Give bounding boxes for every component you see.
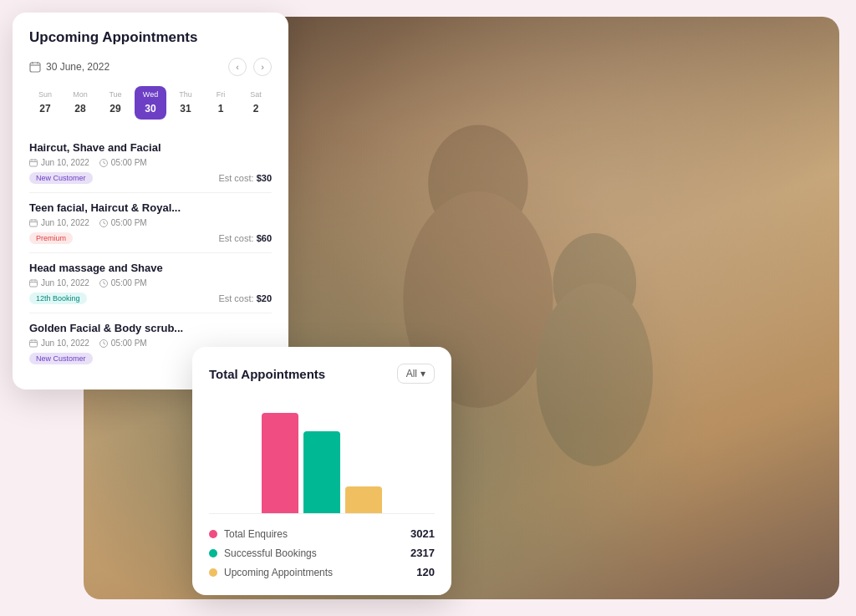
legend-left: Upcoming Appointments xyxy=(209,567,333,578)
svg-rect-15 xyxy=(30,220,38,227)
appointment-badge: New Customer xyxy=(29,353,93,364)
legend-value: 3021 xyxy=(410,527,435,540)
legend-label: Successful Bookings xyxy=(224,547,317,559)
appointment-meta: Jun 10, 2022 05:00 PM xyxy=(29,158,272,167)
legend-value: 120 xyxy=(416,566,435,578)
appointment-item: Head massage and Shave Jun 10, 2022 05:0… xyxy=(29,253,272,313)
clock-icon xyxy=(99,159,108,167)
appointment-time: 05:00 PM xyxy=(99,218,147,227)
day-cell-sun[interactable]: Sun27 xyxy=(29,86,61,120)
calendar-small-icon xyxy=(29,339,38,348)
legend-dot xyxy=(209,549,217,557)
legend-item: Successful Bookings 2317 xyxy=(209,547,435,559)
calendar-icon xyxy=(29,61,41,73)
appointment-cost: Est cost: $60 xyxy=(218,233,272,243)
legend-left: Total Enquires xyxy=(209,528,288,540)
week-strip: Sun27Mon28Tue29Wed30Thu31Fri1Sat2 xyxy=(29,86,272,120)
current-date: 30 June, 2022 xyxy=(46,61,110,73)
legend-item: Total Enquires 3021 xyxy=(209,527,435,540)
legend-label: Upcoming Appointments xyxy=(224,567,333,578)
chart-bar xyxy=(262,413,298,513)
svg-rect-22 xyxy=(30,280,38,287)
appointment-time: 05:00 PM xyxy=(99,278,147,288)
appointment-time: 05:00 PM xyxy=(99,339,147,348)
svg-line-21 xyxy=(104,223,105,224)
legend-value: 2317 xyxy=(410,547,435,559)
legend-dot xyxy=(209,530,217,538)
legend-dot xyxy=(209,568,217,577)
svg-rect-29 xyxy=(30,340,38,347)
appointment-title: Haircut, Shave and Facial xyxy=(29,141,272,154)
appointment-title: Golden Facial & Body scrub... xyxy=(29,322,272,334)
appointment-footer: New Customer Est cost: $30 xyxy=(29,172,272,184)
legend-left: Successful Bookings xyxy=(209,547,317,559)
clock-icon xyxy=(99,219,108,227)
appointment-date: Jun 10, 2022 xyxy=(29,339,89,348)
chart-filter-label: All xyxy=(406,368,417,379)
appointment-footer: Premium Est cost: $60 xyxy=(29,232,272,244)
calendar-small-icon xyxy=(29,279,38,288)
appointment-meta: Jun 10, 2022 05:00 PM xyxy=(29,278,272,288)
chart-legend: Total Enquires 3021 Successful Bookings … xyxy=(209,527,435,578)
chart-bar xyxy=(345,486,382,513)
appointment-item: Haircut, Shave and Facial Jun 10, 2022 0… xyxy=(29,133,272,193)
chart-header: Total Appointments All ▾ xyxy=(209,364,435,384)
appointment-footer: 12th Booking Est cost: $20 xyxy=(29,293,272,304)
appointment-date: Jun 10, 2022 xyxy=(29,278,89,288)
day-cell-fri[interactable]: Fri1 xyxy=(205,86,237,120)
chart-title: Total Appointments xyxy=(209,367,325,381)
date-navigation: 30 June, 2022 ‹ › xyxy=(29,58,272,76)
next-week-button[interactable]: › xyxy=(253,58,272,76)
svg-line-35 xyxy=(104,344,105,344)
appointments-list: Haircut, Shave and Facial Jun 10, 2022 0… xyxy=(29,133,272,373)
svg-rect-8 xyxy=(30,160,38,166)
chart-card: Total Appointments All ▾ Total Enquires … xyxy=(192,347,451,595)
svg-line-28 xyxy=(104,283,105,284)
prev-week-button[interactable]: ‹ xyxy=(228,58,247,76)
week-nav-arrows: ‹ › xyxy=(228,58,272,76)
svg-rect-4 xyxy=(30,63,40,72)
date-display: 30 June, 2022 xyxy=(29,61,110,73)
clock-icon xyxy=(99,279,108,288)
legend-item: Upcoming Appointments 120 xyxy=(209,566,435,578)
appointments-card-title: Upcoming Appointments xyxy=(29,29,272,46)
chevron-down-icon: ▾ xyxy=(420,368,425,379)
appointment-date: Jun 10, 2022 xyxy=(29,218,89,227)
appointment-meta: Jun 10, 2022 05:00 PM xyxy=(29,218,272,227)
day-cell-wed[interactable]: Wed30 xyxy=(135,86,166,120)
appointment-badge: New Customer xyxy=(29,172,93,184)
day-cell-sat[interactable]: Sat2 xyxy=(240,86,272,120)
appointment-time: 05:00 PM xyxy=(99,158,147,167)
day-cell-thu[interactable]: Thu31 xyxy=(170,86,201,120)
appointment-cost: Est cost: $20 xyxy=(218,293,272,303)
svg-point-3 xyxy=(537,283,653,466)
appointments-card: Upcoming Appointments 30 June, 2022 ‹ › … xyxy=(13,13,288,389)
appointment-badge: Premium xyxy=(29,232,73,244)
appointment-badge: 12th Booking xyxy=(29,293,87,304)
appointment-item: Teen facial, Haircut & Royal... Jun 10, … xyxy=(29,193,272,253)
appointment-title: Teen facial, Haircut & Royal... xyxy=(29,201,272,214)
chart-filter-dropdown[interactable]: All ▾ xyxy=(397,364,435,384)
appointment-date: Jun 10, 2022 xyxy=(29,158,89,167)
clock-icon xyxy=(99,339,108,348)
day-cell-mon[interactable]: Mon28 xyxy=(64,86,96,120)
legend-label: Total Enquires xyxy=(224,528,288,540)
appointment-cost: Est cost: $30 xyxy=(218,173,272,183)
chart-bar xyxy=(303,431,340,513)
appointment-title: Head massage and Shave xyxy=(29,262,272,274)
calendar-small-icon xyxy=(29,159,38,167)
day-cell-tue[interactable]: Tue29 xyxy=(99,86,131,120)
calendar-small-icon xyxy=(29,219,38,227)
bar-chart xyxy=(209,397,435,514)
bar-group xyxy=(217,413,426,513)
svg-line-14 xyxy=(104,163,105,164)
